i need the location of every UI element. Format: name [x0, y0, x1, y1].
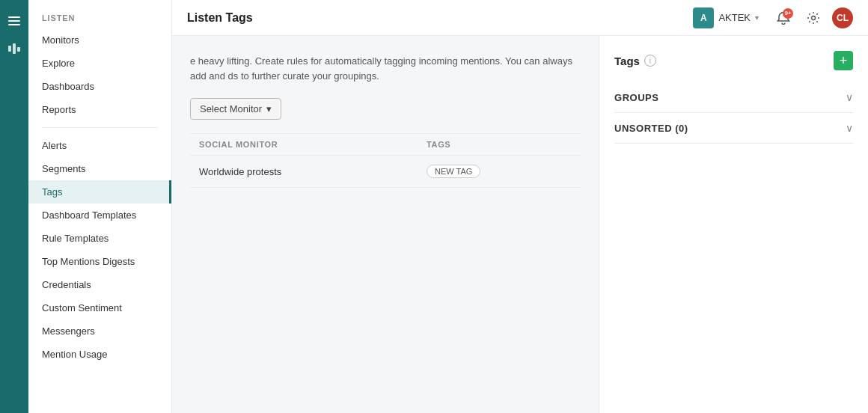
- right-panel-header: Tags i +: [614, 51, 853, 70]
- sidebar-item-tags[interactable]: Tags: [28, 180, 171, 204]
- sidebar-item-alerts[interactable]: Alerts: [28, 134, 171, 157]
- select-monitor-label: Select Monitor: [200, 103, 262, 114]
- sidebar-item-rule-templates[interactable]: Rule Templates: [28, 227, 171, 250]
- tags-table: SOCIAL MONITOR TAGS Worldwide protests N…: [190, 133, 581, 188]
- groups-label: GROUPS: [614, 92, 658, 103]
- page-title: Listen Tags: [187, 11, 687, 25]
- topbar: Listen Tags A AKTEK ▾ 9+ CL: [172, 0, 868, 36]
- select-monitor-chevron-icon: ▾: [266, 103, 272, 114]
- center-panel: e heavy lifting. Create rules for automa…: [172, 36, 599, 413]
- content-area: e heavy lifting. Create rules for automa…: [172, 36, 868, 413]
- sidebar-item-reports[interactable]: Reports: [28, 98, 171, 121]
- account-avatar: A: [693, 7, 714, 28]
- table-row: Worldwide protests NEW TAG: [190, 156, 581, 188]
- user-avatar[interactable]: CL: [832, 7, 853, 28]
- svg-rect-3: [8, 46, 11, 52]
- add-tag-button[interactable]: +: [834, 51, 853, 70]
- tags-cell: NEW TAG: [418, 156, 581, 188]
- sidebar-divider: [42, 127, 158, 128]
- svg-rect-4: [13, 43, 16, 54]
- sidebar-item-messengers[interactable]: Messengers: [28, 319, 171, 343]
- right-panel-title: Tags: [614, 55, 640, 67]
- rail-toggle-btn[interactable]: [4, 10, 25, 31]
- sidebar: LISTEN Monitors Explore Dashboards Repor…: [28, 0, 172, 413]
- unsorted-label: UNSORTED (0): [614, 123, 688, 134]
- new-tag-button[interactable]: NEW TAG: [427, 165, 480, 178]
- app-logo: [6, 40, 22, 57]
- right-panel-title-row: Tags i: [614, 55, 656, 67]
- tags-info-icon[interactable]: i: [644, 55, 656, 67]
- sidebar-item-dashboard-templates[interactable]: Dashboard Templates: [28, 204, 171, 227]
- svg-point-6: [812, 16, 816, 19]
- account-chevron-icon: ▾: [755, 13, 759, 22]
- notifications-btn[interactable]: 9+: [772, 7, 795, 29]
- select-monitor-dropdown[interactable]: Select Monitor ▾: [190, 98, 281, 120]
- col-social-monitor: SOCIAL MONITOR: [190, 134, 418, 156]
- sidebar-item-segments[interactable]: Segments: [28, 157, 171, 180]
- sidebar-item-top-mentions-digests[interactable]: Top Mentions Digests: [28, 250, 171, 273]
- filter-bar: Select Monitor ▾: [190, 98, 581, 120]
- sidebar-section-listen: LISTEN: [28, 0, 171, 28]
- left-rail: [0, 0, 28, 413]
- sidebar-item-mention-usage[interactable]: Mention Usage: [28, 343, 171, 366]
- table-header-row: SOCIAL MONITOR TAGS: [190, 134, 581, 156]
- settings-btn[interactable]: [802, 7, 825, 29]
- sidebar-item-credentials[interactable]: Credentials: [28, 273, 171, 296]
- svg-rect-2: [8, 24, 20, 25]
- topbar-actions: A AKTEK ▾ 9+ CL: [687, 4, 853, 31]
- col-tags: TAGS: [418, 134, 581, 156]
- svg-rect-0: [8, 16, 20, 18]
- monitor-name-cell: Worldwide protests: [190, 156, 418, 188]
- right-panel: Tags i + GROUPS ∨ UNSORTED (0) ∨: [599, 36, 868, 413]
- groups-chevron-icon: ∨: [846, 91, 853, 103]
- sidebar-item-custom-sentiment[interactable]: Custom Sentiment: [28, 296, 171, 319]
- account-name: AKTEK: [718, 12, 751, 23]
- svg-rect-1: [8, 20, 20, 22]
- intro-text: e heavy lifting. Create rules for automa…: [190, 54, 581, 83]
- sidebar-item-explore[interactable]: Explore: [28, 52, 171, 75]
- svg-rect-5: [17, 47, 20, 52]
- main-content: Listen Tags A AKTEK ▾ 9+ CL: [172, 0, 868, 413]
- sidebar-item-monitors[interactable]: Monitors: [28, 28, 171, 52]
- notification-badge: 9+: [783, 8, 793, 19]
- groups-section-row[interactable]: GROUPS ∨: [614, 82, 853, 113]
- unsorted-section-row[interactable]: UNSORTED (0) ∨: [614, 113, 853, 144]
- sidebar-item-dashboards[interactable]: Dashboards: [28, 75, 171, 98]
- unsorted-chevron-icon: ∨: [846, 122, 853, 134]
- account-selector[interactable]: A AKTEK ▾: [687, 4, 765, 31]
